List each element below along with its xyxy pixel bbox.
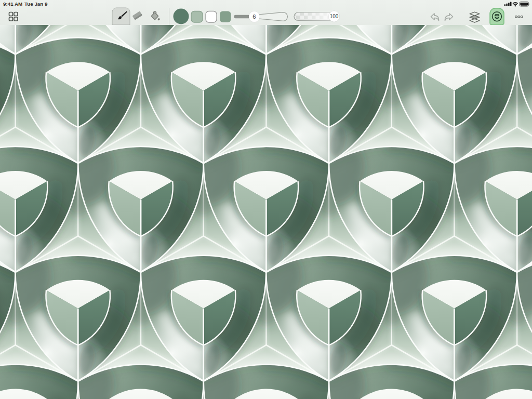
svg-text:100: 100 (330, 14, 339, 19)
svg-text:6: 6 (252, 14, 256, 20)
